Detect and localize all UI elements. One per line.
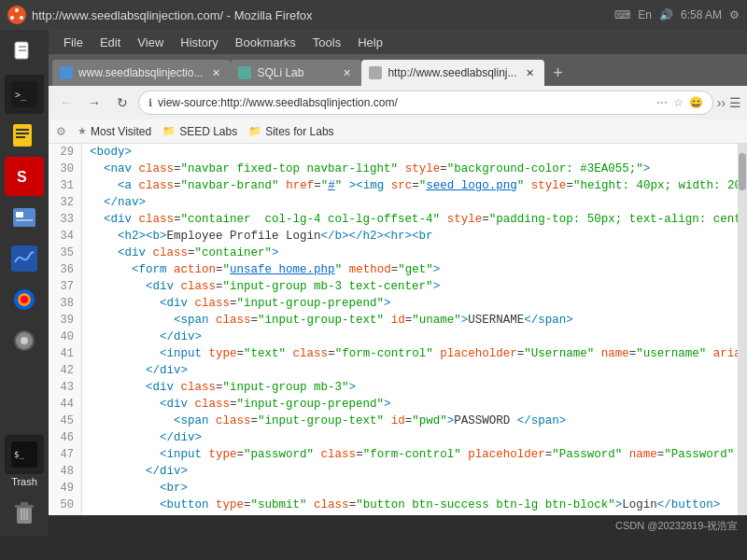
line-content: <input type="text" class="form-control" … [82, 345, 738, 362]
svg-rect-9 [13, 124, 32, 147]
source-line: 39 <span class="input-group-text" id="un… [49, 312, 738, 329]
menu-bookmarks[interactable]: Bookmarks [228, 34, 303, 51]
tab3-label: http://www.seedlabsqlinj... [388, 66, 516, 79]
line-number: 29 [49, 144, 82, 161]
source-line: 45 <span class="input-group-text" id="pw… [49, 413, 738, 429]
source-line: 29<body> [49, 144, 738, 161]
source-line: 47 <input type="password" class="form-co… [49, 446, 738, 463]
svg-rect-31 [26, 509, 28, 520]
source-line: 41 <input type="text" class="form-contro… [49, 345, 738, 362]
lang-indicator: En [638, 8, 652, 21]
menu-help[interactable]: Help [350, 34, 390, 51]
bookmark-most-visited[interactable]: ★ Most Visited [78, 125, 151, 138]
tab1-favicon [60, 66, 73, 79]
line-number: 35 [49, 245, 82, 261]
bookmark-add-icon[interactable]: 😄 [689, 96, 703, 109]
new-tab-button[interactable]: + [544, 60, 571, 86]
tab-3[interactable]: http://www.seedlabsqlinj... ✕ [361, 60, 544, 86]
bookmark-sites-for-labs[interactable]: 📁 Sites for Labs [248, 125, 333, 138]
overflow-icon[interactable]: ›› [717, 95, 726, 110]
menu-tools[interactable]: Tools [305, 34, 348, 51]
settings-icon[interactable]: ⚙ [729, 8, 740, 21]
nautilus-icon[interactable] [5, 198, 44, 237]
line-number: 33 [49, 211, 82, 228]
line-number: 49 [49, 480, 82, 497]
scrollbar-thumb[interactable] [739, 153, 746, 190]
terminal3-icon[interactable]: $_ [5, 435, 44, 474]
menu-edit[interactable]: Edit [92, 34, 128, 51]
line-number: 46 [49, 429, 82, 446]
line-content: <button type="submit" class="button btn-… [82, 497, 720, 513]
svg-rect-16 [16, 212, 23, 217]
ubuntu-icon [7, 6, 26, 24]
line-number: 31 [49, 177, 82, 194]
url-text: view-source:http://www.seedlabsqlinjecti… [158, 96, 651, 109]
svg-rect-30 [23, 509, 25, 520]
bookmark-seed-labs[interactable]: 📁 SEED Labs [162, 125, 237, 138]
line-content: <body> [82, 144, 132, 161]
bookmark-star-icon[interactable]: ☆ [673, 96, 684, 109]
text-editor-icon[interactable] [5, 116, 44, 155]
url-bar[interactable]: ℹ view-source:http://www.seedlabsqlinjec… [138, 91, 713, 115]
line-content: <div class="container col-lg-4 col-lg-of… [82, 211, 738, 228]
line-content: </nav> [82, 194, 146, 211]
line-number: 45 [49, 413, 82, 429]
statusbar: CSDN @20232819-祝浩宣 [49, 515, 747, 536]
terminal-icon[interactable]: >_ [5, 75, 44, 114]
svg-rect-15 [13, 208, 35, 227]
seed-labs-icon: 📁 [162, 125, 176, 137]
bookmarksbar: ⚙ ★ Most Visited 📁 SEED Labs 📁 Sites for… [49, 119, 747, 144]
vertical-scrollbar[interactable] [738, 144, 747, 515]
svg-rect-11 [16, 133, 29, 134]
source-line: 32 </nav> [49, 194, 738, 211]
line-number: 41 [49, 345, 82, 362]
tabbar: www.seedlabsqlinjectio... ✕ SQLi Lab ✕ h… [49, 54, 747, 86]
reload-button[interactable]: ↻ [110, 91, 134, 115]
system-settings-icon[interactable] [5, 321, 44, 360]
tab-1[interactable]: www.seedlabsqlinjectio... ✕ [52, 60, 231, 86]
firefox-icon[interactable] [5, 280, 44, 319]
line-content: </div> [82, 329, 202, 345]
menu-history[interactable]: History [173, 34, 225, 51]
svg-rect-29 [21, 509, 22, 520]
back-button[interactable]: ← [54, 91, 78, 115]
line-content: <nav class="navbar fixed-top navbar-ligh… [82, 161, 650, 177]
source-line: 42 </div> [49, 362, 738, 379]
logo-s-icon[interactable]: S [5, 157, 44, 196]
desktop-sidebar: >_ S [0, 30, 49, 536]
trash-icon[interactable] [5, 493, 44, 532]
line-content: <div class="input-group-prepend"> [82, 396, 391, 413]
source-line: 31 <a class="navbar-brand" href="#" ><im… [49, 177, 738, 194]
most-visited-icon: ★ [78, 125, 87, 137]
svg-point-3 [10, 16, 14, 20]
line-content: <input type="password" class="form-contr… [82, 446, 738, 463]
forward-button[interactable]: → [82, 91, 106, 115]
addressbar: ← → ↻ ℹ view-source:http://www.seedlabsq… [49, 86, 747, 119]
line-number: 32 [49, 194, 82, 211]
tab2-close[interactable]: ✕ [339, 65, 354, 80]
files-icon[interactable] [5, 34, 44, 73]
line-content: <div class="input-group mb-3"> [82, 379, 356, 396]
source-line: 46 </div> [49, 429, 738, 446]
menu-file[interactable]: File [56, 34, 91, 51]
svg-point-21 [21, 296, 28, 303]
tab1-close[interactable]: ✕ [208, 65, 223, 80]
tab-2[interactable]: SQLi Lab ✕ [231, 60, 361, 86]
wavy-icon[interactable] [5, 239, 44, 278]
svg-point-1 [15, 8, 19, 12]
svg-rect-12 [16, 136, 25, 138]
svg-point-23 [21, 337, 28, 344]
line-content: <span class="input-group-text" id="pwd">… [82, 413, 566, 429]
hamburger-icon[interactable]: ☰ [729, 95, 741, 110]
line-number: 50 [49, 497, 82, 513]
line-number: 30 [49, 161, 82, 177]
tab3-close[interactable]: ✕ [522, 65, 537, 80]
titlebar-icons: ⌨ En 🔊 6:58 AM ⚙ [614, 8, 740, 21]
reader-icon[interactable]: ⋯ [656, 96, 668, 109]
svg-rect-28 [21, 502, 28, 506]
menu-view[interactable]: View [130, 34, 171, 51]
source-area: 29<body>30 <nav class="navbar fixed-top … [49, 144, 747, 515]
menubar: File Edit View History Bookmarks Tools H… [49, 30, 747, 54]
tab2-favicon [238, 66, 251, 79]
line-number: 48 [49, 463, 82, 480]
